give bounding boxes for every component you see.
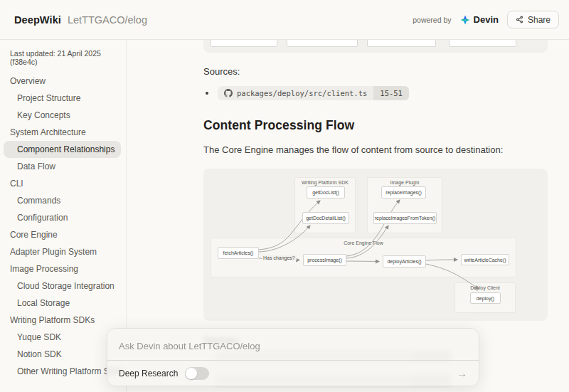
source-list-item: packages/deploy/src/client.ts 15-51 <box>206 86 551 100</box>
last-updated: Last updated: 21 April 2025 (f38e4c) <box>0 49 126 66</box>
node-write-article-cache: writeArticleCache() <box>461 254 509 265</box>
sidebar-item-adapter-plugin-system[interactable]: Adapter Plugin System <box>0 243 126 260</box>
sidebar-item-configuration[interactable]: Configuration <box>0 209 126 226</box>
repo-name[interactable]: LetTTGACO/elog <box>68 14 147 26</box>
share-button[interactable]: Share <box>507 11 559 28</box>
header-actions: powered by Devin Share <box>413 11 559 28</box>
diagram-node <box>449 40 516 47</box>
sidebar-item-data-flow[interactable]: Data Flow <box>0 158 126 175</box>
sidebar-item-overview[interactable]: Overview <box>0 73 126 90</box>
sidebar-item-cli[interactable]: CLI <box>0 175 126 192</box>
devin-link[interactable]: Devin <box>460 14 499 25</box>
sidebar-item-writing-platform-sdks[interactable]: Writing Platform SDKs <box>0 312 126 329</box>
node-deploy: deploy() <box>470 292 501 304</box>
devin-logo-icon <box>460 15 470 25</box>
sidebar-item-local-storage[interactable]: Local Storage <box>0 295 126 312</box>
sidebar-item-cloud-storage-integration[interactable]: Cloud Storage Integration <box>0 277 126 295</box>
ask-devin-input[interactable] <box>107 329 479 360</box>
node-deploy-articles: deployArticles() <box>383 255 426 267</box>
node-replace-images-from-token: replaceImagesFromToken() <box>373 212 437 224</box>
edge-label-has-changes: Has changes? <box>262 255 297 260</box>
submit-arrow-icon[interactable]: → <box>457 368 467 378</box>
sidebar-item-commands[interactable]: Commands <box>0 192 126 209</box>
bullet-icon <box>206 92 208 95</box>
header: DeepWiki LetTTGACO/elog powered by Devin <box>0 0 569 40</box>
page-title: Content Processing Flow <box>203 118 551 133</box>
sidebar-item-key-concepts[interactable]: Key Concepts <box>0 107 126 124</box>
sidebar-item-project-structure[interactable]: Project Structure <box>0 90 126 107</box>
mermaid-diagram[interactable]: Writing Platform SDK Image Plugin Core E… <box>203 169 548 321</box>
source-line-range: 15-51 <box>373 86 409 100</box>
sidebar-item-system-architecture[interactable]: System Architecture <box>0 124 126 141</box>
node-replace-images: replaceImages() <box>381 186 426 198</box>
sidebar-item-core-engine[interactable]: Core Engine <box>0 226 126 243</box>
share-icon <box>516 16 523 23</box>
ask-panel-footer: Deep Research → <box>107 360 479 386</box>
source-file-link[interactable]: packages/deploy/src/client.ts 15-51 <box>218 86 409 100</box>
ask-devin-panel: Deep Research → <box>107 328 479 386</box>
sidebar-item-image-processing[interactable]: Image Processing <box>0 260 126 277</box>
previous-diagram-partial <box>203 40 548 53</box>
devin-label: Devin <box>474 14 499 25</box>
share-label: Share <box>528 15 551 25</box>
brand-logo[interactable]: DeepWiki <box>14 14 61 26</box>
powered-by-label: powered by <box>413 16 451 24</box>
node-process-image: processImage() <box>303 254 346 266</box>
sources-label: Sources: <box>203 66 551 77</box>
diagram-node <box>367 40 436 47</box>
deep-research-toggle[interactable] <box>185 367 209 380</box>
node-get-doc-detail-list: getDocDetailList() <box>302 212 349 224</box>
source-path: packages/deploy/src/client.ts <box>237 89 367 97</box>
sidebar-item-component-relationships[interactable]: Component Relationships <box>4 141 121 158</box>
github-icon <box>224 89 233 97</box>
section-intro: The Core Engine manages the flow of cont… <box>203 144 551 155</box>
deep-research-label: Deep Research <box>119 369 178 378</box>
node-get-doc-list: getDocList() <box>307 186 345 198</box>
node-fetch-articles: fetchArticles() <box>218 247 259 259</box>
diagram-node <box>287 40 358 47</box>
diagram-node <box>211 40 277 47</box>
toggle-knob <box>186 368 197 379</box>
